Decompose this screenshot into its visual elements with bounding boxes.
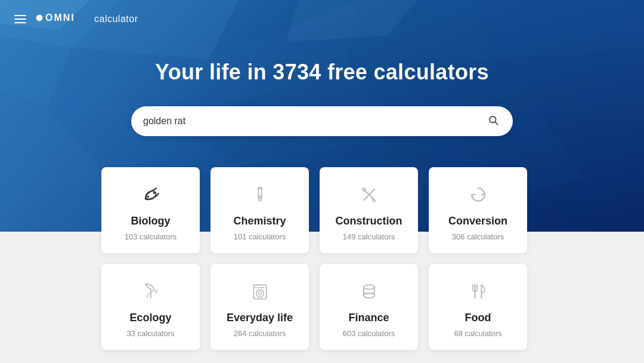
svg-point-37 [258, 292, 261, 295]
search-input[interactable] [143, 116, 485, 127]
category-name-construction: Construction [336, 215, 402, 227]
category-name-everyday: Everyday life [227, 312, 293, 324]
svg-point-29 [153, 192, 155, 195]
category-count-conversion: 306 calculators [452, 232, 504, 241]
hamburger-menu[interactable] [14, 15, 26, 23]
logo-calculator-text: calculator [94, 14, 138, 24]
category-count-construction: 149 calculators [343, 232, 395, 241]
headline: Your life in 3734 free calculators [0, 60, 644, 85]
hero-title: Your life in 3734 free calculators [0, 60, 644, 85]
category-name-biology: Biology [131, 215, 171, 227]
header: OMNI calculator [0, 0, 644, 38]
category-name-finance: Finance [348, 312, 389, 324]
food-icon [465, 278, 491, 304]
construction-icon [356, 182, 382, 208]
category-count-chemistry: 101 calculators [234, 232, 286, 241]
chemistry-icon [247, 182, 273, 208]
category-name-food: Food [465, 312, 491, 324]
conversion-icon [465, 182, 491, 208]
svg-point-41 [364, 294, 374, 298]
svg-point-40 [364, 285, 374, 289]
svg-point-36 [256, 290, 264, 297]
category-card-everyday[interactable]: Everyday life 264 calculators [210, 264, 309, 350]
category-count-finance: 603 calculators [343, 329, 395, 338]
category-card-food[interactable]: Food 68 calculators [429, 264, 527, 350]
category-name-ecology: Ecology [129, 312, 171, 324]
category-card-construction[interactable]: Construction 149 calculators [320, 167, 418, 253]
page-wrapper: OMNI calculator Your life in 3734 free c… [0, 0, 644, 363]
category-name-conversion: Conversion [448, 215, 507, 227]
biology-icon [138, 182, 164, 208]
everyday-icon [247, 278, 273, 304]
category-count-everyday: 264 calculators [234, 329, 286, 338]
category-card-ecology[interactable]: Ecology 33 calculators [101, 264, 200, 350]
search-bar [131, 106, 513, 136]
svg-point-38 [255, 287, 256, 288]
logo[interactable]: OMNI calculator [36, 11, 138, 28]
category-count-biology: 103 calculators [125, 232, 177, 241]
category-card-conversion[interactable]: Conversion 306 calculators [429, 167, 527, 253]
search-icon [488, 115, 499, 125]
search-button[interactable] [485, 112, 501, 131]
svg-line-26 [495, 122, 497, 124]
category-card-finance[interactable]: Finance 603 calculators [320, 264, 418, 350]
category-count-ecology: 33 calculators [126, 329, 174, 338]
logo-omni-text: OMNI [36, 11, 89, 28]
category-card-chemistry[interactable]: Chemistry 101 calculators [210, 167, 309, 253]
category-count-food: 68 calculators [454, 329, 501, 338]
category-name-chemistry: Chemistry [233, 215, 286, 227]
category-card-biology[interactable]: Biology 103 calculators [101, 167, 200, 253]
ecology-icon [138, 278, 164, 304]
search-container [131, 106, 513, 136]
svg-text:OMNI: OMNI [45, 13, 75, 23]
svg-point-23 [36, 15, 42, 21]
finance-icon [356, 278, 382, 304]
svg-point-28 [147, 196, 149, 198]
svg-point-32 [259, 198, 261, 200]
category-grid: Biology 103 calculators Chemistry 101 ca… [101, 167, 543, 350]
